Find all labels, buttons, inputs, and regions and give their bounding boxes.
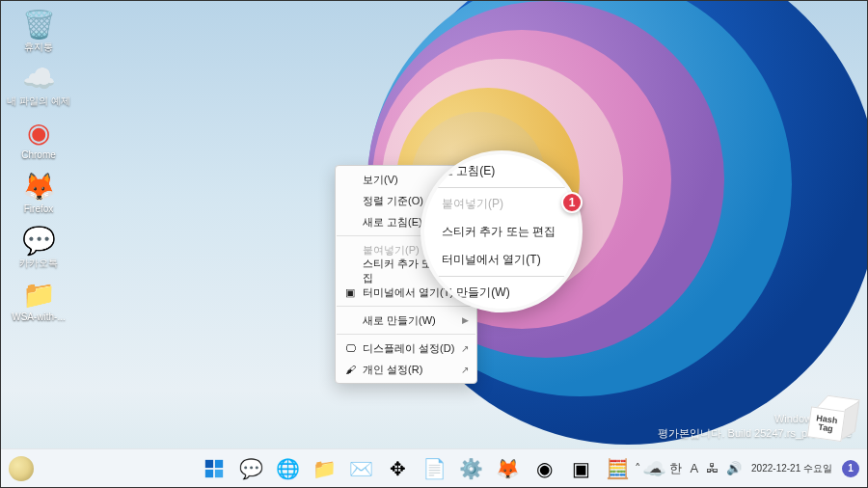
desktop-icon-kakaotalk[interactable]: 💬카카오톡: [5, 221, 72, 273]
desktop-icon-label: 내 파일의 예제: [7, 95, 70, 107]
menu-item-label: 정렬 기준(O): [363, 194, 423, 208]
external-link-icon: ↗: [461, 365, 469, 375]
taskbar-center: 💬🌐📁✉️✥📄⚙️🦊◉▣🧮☁️: [197, 451, 671, 486]
mail-glyph: ✉️: [350, 458, 371, 479]
desktop-icons: 🗑️휴지통☁️내 파일의 예제◉Chrome🦊Firefox💬카카오톡📁WSA-…: [5, 5, 82, 329]
kakaotalk-icon: 💬: [23, 225, 54, 256]
menu-separator: [337, 334, 475, 335]
svg-rect-0: [205, 459, 213, 467]
move-glyph: ✥: [387, 458, 408, 479]
edge-icon[interactable]: 🌐: [270, 451, 305, 486]
menu-item-label: 보기(V): [363, 173, 398, 187]
desktop-icon-label: 휴지통: [24, 41, 53, 53]
zoom-menu-item[interactable]: 로 고침(E): [438, 157, 565, 185]
chrome-icon: ◉: [23, 117, 54, 148]
tray-network-icon[interactable]: 🖧: [706, 461, 719, 475]
desktop-icon-label: 카카오톡: [19, 258, 58, 269]
desktop-icon-wsa-folder[interactable]: 📁WSA-with-...: [5, 275, 72, 327]
system-tray[interactable]: ˄ ☁ 한 A 🖧 🔊: [635, 460, 742, 477]
menu-item-label: 새로 고침(E): [363, 215, 422, 230]
menu-item-icon: 🖌: [343, 364, 357, 375]
file-explorer-icon[interactable]: 📁: [307, 451, 341, 486]
chrome-glyph: ◉: [533, 458, 555, 479]
context-menu-item[interactable]: 🖌개인 설정(R)↗: [336, 359, 476, 380]
zoom-callout: 로 고침(E)붙여넣기(P)스티커 추가 또는 편집터미널에서 열기(T)로 만…: [420, 150, 583, 312]
chrome-icon[interactable]: ◉: [527, 451, 561, 486]
recycle-bin-icon: 🗑️: [23, 9, 54, 40]
chat-glyph: 💬: [240, 458, 261, 479]
hashtag-stamp: Hash Tag: [806, 393, 865, 452]
svg-rect-3: [215, 469, 223, 476]
calculator-glyph: 🧮: [607, 458, 628, 479]
weather-widget[interactable]: [9, 456, 34, 481]
zoom-menu-item: 붙여넣기(P): [438, 190, 565, 218]
taskbar-right: ˄ ☁ 한 A 🖧 🔊 2022-12-21 수요일 1: [635, 460, 859, 477]
taskbar: 💬🌐📁✉️✥📄⚙️🦊◉▣🧮☁️ ˄ ☁ 한 A 🖧 🔊 2022-12-21 수…: [1, 448, 867, 487]
onedrive-icon: ☁️: [23, 63, 54, 94]
tray-volume-icon[interactable]: 🔊: [726, 461, 742, 475]
desktop-icon-recycle-bin[interactable]: 🗑️휴지통: [5, 5, 72, 57]
context-menu-item[interactable]: 🖵디스플레이 설정(D)↗: [336, 338, 476, 359]
desktop-icon-label: WSA-with-...: [12, 312, 66, 323]
settings-glyph: ⚙️: [460, 458, 481, 479]
edge-glyph: 🌐: [277, 458, 298, 479]
firefox-icon: 🦊: [23, 171, 54, 202]
terminal-icon[interactable]: ▣: [563, 451, 598, 486]
calculator-icon[interactable]: 🧮: [600, 451, 635, 486]
tray-chevron-icon[interactable]: ˄: [635, 461, 641, 475]
zoom-menu-item[interactable]: 스티커 추가 또는 편집: [438, 218, 565, 246]
menu-item-label: 개인 설정(R): [363, 363, 422, 377]
firefox-glyph: 🦊: [497, 458, 518, 479]
tray-hangul-icon[interactable]: 한: [669, 460, 682, 477]
terminal-glyph: ▣: [570, 458, 591, 479]
notepad-icon[interactable]: 📄: [417, 451, 451, 486]
zoom-menu-item[interactable]: 터미널에서 열기(T): [438, 246, 565, 274]
start-icon: [203, 458, 225, 479]
menu-item-icon: 🖵: [343, 342, 357, 354]
menu-item-label: 터미널에서 열기(T): [363, 285, 453, 300]
submenu-chevron-icon: ▶: [462, 315, 469, 325]
svg-rect-1: [215, 459, 223, 467]
notification-badge[interactable]: 1: [842, 460, 859, 477]
menu-item-label: 디스플레이 설정(D): [363, 341, 454, 356]
file-explorer-glyph: 📁: [313, 458, 335, 479]
start-button[interactable]: [197, 451, 231, 486]
menu-separator: [337, 306, 475, 307]
zoom-separator: [438, 187, 565, 188]
taskbar-clock[interactable]: 2022-12-21 수요일: [751, 463, 832, 474]
wsa-folder-icon: 📁: [23, 279, 54, 310]
settings-icon[interactable]: ⚙️: [453, 451, 488, 486]
desktop-icon-firefox[interactable]: 🦊Firefox: [5, 167, 72, 219]
move-icon[interactable]: ✥: [380, 451, 415, 486]
menu-item-icon: ▣: [343, 286, 357, 299]
desktop-icon-chrome[interactable]: ◉Chrome: [5, 113, 72, 165]
desktop-icon-onedrive[interactable]: ☁️내 파일의 예제: [5, 59, 72, 111]
tray-ime-icon[interactable]: A: [690, 461, 698, 475]
taskbar-left: [9, 456, 34, 481]
menu-item-label: 붙여넣기(P): [363, 243, 420, 258]
notepad-glyph: 📄: [423, 458, 445, 479]
desktop-icon-label: Chrome: [21, 149, 56, 161]
desktop-icon-label: Firefox: [24, 203, 54, 215]
svg-rect-2: [205, 469, 213, 476]
zoom-separator: [438, 276, 565, 277]
callout-badge: 1: [561, 192, 583, 213]
tray-cloud-icon[interactable]: ☁: [649, 461, 662, 475]
chat-icon[interactable]: 💬: [233, 451, 268, 486]
context-menu-item[interactable]: 새로 만들기(W)▶: [336, 310, 476, 331]
mail-icon[interactable]: ✉️: [343, 451, 378, 486]
firefox-icon[interactable]: 🦊: [490, 451, 525, 486]
menu-item-label: 새로 만들기(W): [363, 313, 436, 328]
external-link-icon: ↗: [461, 343, 469, 354]
clock-date: 2022-12-21 수요일: [751, 463, 832, 474]
